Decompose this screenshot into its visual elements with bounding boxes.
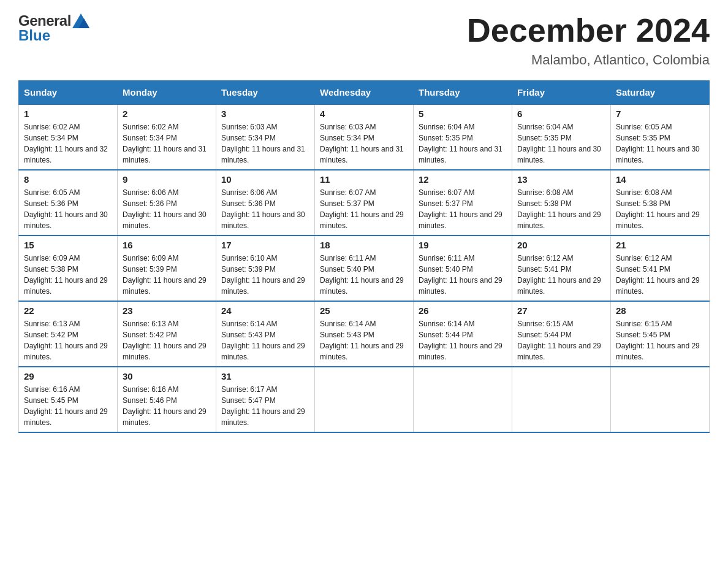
calendar-cell: 10 Sunrise: 6:06 AMSunset: 5:36 PMDaylig…: [216, 170, 315, 236]
day-info: Sunrise: 6:14 AMSunset: 5:43 PMDaylight:…: [320, 320, 404, 361]
day-number: 25: [320, 305, 408, 316]
day-info: Sunrise: 6:02 AMSunset: 5:34 PMDaylight:…: [24, 123, 108, 164]
calendar-cell: 26 Sunrise: 6:14 AMSunset: 5:44 PMDaylig…: [414, 301, 512, 367]
day-number: 29: [24, 371, 112, 381]
calendar-cell: 17 Sunrise: 6:10 AMSunset: 5:39 PMDaylig…: [216, 236, 315, 301]
day-number: 30: [123, 371, 211, 381]
header-saturday: Saturday: [611, 81, 710, 105]
day-number: 19: [419, 240, 507, 250]
day-info: Sunrise: 6:14 AMSunset: 5:43 PMDaylight:…: [221, 320, 305, 361]
day-info: Sunrise: 6:08 AMSunset: 5:38 PMDaylight:…: [616, 188, 700, 230]
day-info: Sunrise: 6:13 AMSunset: 5:42 PMDaylight:…: [24, 320, 108, 361]
day-number: 11: [320, 174, 408, 185]
day-number: 10: [221, 174, 309, 185]
logo-blue: Blue: [18, 27, 50, 44]
header-row: SundayMondayTuesdayWednesdayThursdayFrid…: [19, 81, 710, 105]
calendar-cell: 9 Sunrise: 6:06 AMSunset: 5:36 PMDayligh…: [118, 170, 216, 236]
calendar-cell: 5 Sunrise: 6:04 AMSunset: 5:35 PMDayligh…: [414, 104, 512, 170]
day-info: Sunrise: 6:11 AMSunset: 5:40 PMDaylight:…: [320, 254, 404, 296]
day-number: 9: [123, 174, 211, 185]
day-number: 5: [419, 109, 507, 119]
calendar-cell: 4 Sunrise: 6:03 AMSunset: 5:34 PMDayligh…: [315, 104, 414, 170]
calendar-cell: 24 Sunrise: 6:14 AMSunset: 5:43 PMDaylig…: [216, 301, 315, 367]
day-info: Sunrise: 6:02 AMSunset: 5:34 PMDaylight:…: [123, 123, 207, 164]
title-area: December 2024Malambo, Atlantico, Colombi…: [467, 12, 710, 68]
calendar-cell: [512, 367, 611, 432]
day-info: Sunrise: 6:06 AMSunset: 5:36 PMDaylight:…: [221, 188, 305, 230]
day-number: 8: [24, 174, 112, 185]
day-number: 21: [616, 240, 704, 250]
calendar-cell: 25 Sunrise: 6:14 AMSunset: 5:43 PMDaylig…: [315, 301, 414, 367]
day-info: Sunrise: 6:06 AMSunset: 5:36 PMDaylight:…: [123, 188, 207, 230]
day-number: 14: [616, 174, 704, 185]
calendar-cell: 12 Sunrise: 6:07 AMSunset: 5:37 PMDaylig…: [414, 170, 512, 236]
day-number: 27: [517, 305, 605, 316]
calendar-cell: 6 Sunrise: 6:04 AMSunset: 5:35 PMDayligh…: [512, 104, 611, 170]
calendar-cell: 20 Sunrise: 6:12 AMSunset: 5:41 PMDaylig…: [512, 236, 611, 301]
calendar-cell: 3 Sunrise: 6:03 AMSunset: 5:34 PMDayligh…: [216, 104, 315, 170]
day-number: 22: [24, 305, 112, 316]
day-info: Sunrise: 6:15 AMSunset: 5:45 PMDaylight:…: [616, 320, 700, 361]
day-number: 2: [123, 109, 211, 119]
location-title: Malambo, Atlantico, Colombia: [467, 52, 710, 68]
day-info: Sunrise: 6:09 AMSunset: 5:39 PMDaylight:…: [123, 254, 207, 296]
day-number: 17: [221, 240, 309, 250]
day-number: 20: [517, 240, 605, 250]
page-header: GeneralBlueDecember 2024Malambo, Atlanti…: [18, 12, 710, 68]
day-number: 12: [419, 174, 507, 185]
day-info: Sunrise: 6:13 AMSunset: 5:42 PMDaylight:…: [123, 320, 207, 361]
day-number: 7: [616, 109, 704, 119]
day-info: Sunrise: 6:15 AMSunset: 5:44 PMDaylight:…: [517, 320, 601, 361]
header-wednesday: Wednesday: [315, 81, 414, 105]
day-number: 4: [320, 109, 408, 119]
day-number: 6: [517, 109, 605, 119]
day-number: 28: [616, 305, 704, 316]
day-info: Sunrise: 6:04 AMSunset: 5:35 PMDaylight:…: [419, 123, 502, 164]
day-number: 24: [221, 305, 309, 316]
calendar-cell: 22 Sunrise: 6:13 AMSunset: 5:42 PMDaylig…: [19, 301, 118, 367]
day-number: 26: [419, 305, 507, 316]
header-tuesday: Tuesday: [216, 81, 315, 105]
calendar-cell: 1 Sunrise: 6:02 AMSunset: 5:34 PMDayligh…: [19, 104, 118, 170]
day-info: Sunrise: 6:07 AMSunset: 5:37 PMDaylight:…: [320, 188, 404, 230]
day-info: Sunrise: 6:17 AMSunset: 5:47 PMDaylight:…: [221, 385, 305, 427]
header-friday: Friday: [512, 81, 611, 105]
day-number: 23: [123, 305, 211, 316]
calendar-cell: 14 Sunrise: 6:08 AMSunset: 5:38 PMDaylig…: [611, 170, 710, 236]
day-number: 31: [221, 371, 309, 381]
day-info: Sunrise: 6:07 AMSunset: 5:37 PMDaylight:…: [419, 188, 502, 230]
week-row-2: 8 Sunrise: 6:05 AMSunset: 5:36 PMDayligh…: [19, 170, 710, 236]
day-info: Sunrise: 6:03 AMSunset: 5:34 PMDaylight:…: [320, 123, 404, 164]
calendar-cell: 21 Sunrise: 6:12 AMSunset: 5:41 PMDaylig…: [611, 236, 710, 301]
calendar-table: SundayMondayTuesdayWednesdayThursdayFrid…: [18, 80, 710, 433]
day-info: Sunrise: 6:10 AMSunset: 5:39 PMDaylight:…: [221, 254, 305, 296]
week-row-1: 1 Sunrise: 6:02 AMSunset: 5:34 PMDayligh…: [19, 104, 710, 170]
calendar-cell: 2 Sunrise: 6:02 AMSunset: 5:34 PMDayligh…: [118, 104, 216, 170]
logo-icon: [71, 12, 91, 29]
calendar-cell: 15 Sunrise: 6:09 AMSunset: 5:38 PMDaylig…: [19, 236, 118, 301]
week-row-5: 29 Sunrise: 6:16 AMSunset: 5:45 PMDaylig…: [19, 367, 710, 432]
calendar-cell: 31 Sunrise: 6:17 AMSunset: 5:47 PMDaylig…: [216, 367, 315, 432]
calendar-cell: [414, 367, 512, 432]
calendar-cell: 11 Sunrise: 6:07 AMSunset: 5:37 PMDaylig…: [315, 170, 414, 236]
header-thursday: Thursday: [414, 81, 512, 105]
day-number: 13: [517, 174, 605, 185]
day-info: Sunrise: 6:12 AMSunset: 5:41 PMDaylight:…: [616, 254, 700, 296]
day-info: Sunrise: 6:04 AMSunset: 5:35 PMDaylight:…: [517, 123, 601, 164]
day-info: Sunrise: 6:14 AMSunset: 5:44 PMDaylight:…: [419, 320, 502, 361]
day-number: 16: [123, 240, 211, 250]
calendar-cell: 28 Sunrise: 6:15 AMSunset: 5:45 PMDaylig…: [611, 301, 710, 367]
day-info: Sunrise: 6:08 AMSunset: 5:38 PMDaylight:…: [517, 188, 601, 230]
day-number: 3: [221, 109, 309, 119]
day-info: Sunrise: 6:12 AMSunset: 5:41 PMDaylight:…: [517, 254, 601, 296]
day-info: Sunrise: 6:16 AMSunset: 5:46 PMDaylight:…: [123, 385, 207, 427]
week-row-4: 22 Sunrise: 6:13 AMSunset: 5:42 PMDaylig…: [19, 301, 710, 367]
day-info: Sunrise: 6:05 AMSunset: 5:35 PMDaylight:…: [616, 123, 700, 164]
day-info: Sunrise: 6:03 AMSunset: 5:34 PMDaylight:…: [221, 123, 305, 164]
calendar-cell: 7 Sunrise: 6:05 AMSunset: 5:35 PMDayligh…: [611, 104, 710, 170]
day-info: Sunrise: 6:11 AMSunset: 5:40 PMDaylight:…: [419, 254, 502, 296]
calendar-cell: 23 Sunrise: 6:13 AMSunset: 5:42 PMDaylig…: [118, 301, 216, 367]
calendar-cell: [611, 367, 710, 432]
calendar-cell: 27 Sunrise: 6:15 AMSunset: 5:44 PMDaylig…: [512, 301, 611, 367]
calendar-cell: 18 Sunrise: 6:11 AMSunset: 5:40 PMDaylig…: [315, 236, 414, 301]
